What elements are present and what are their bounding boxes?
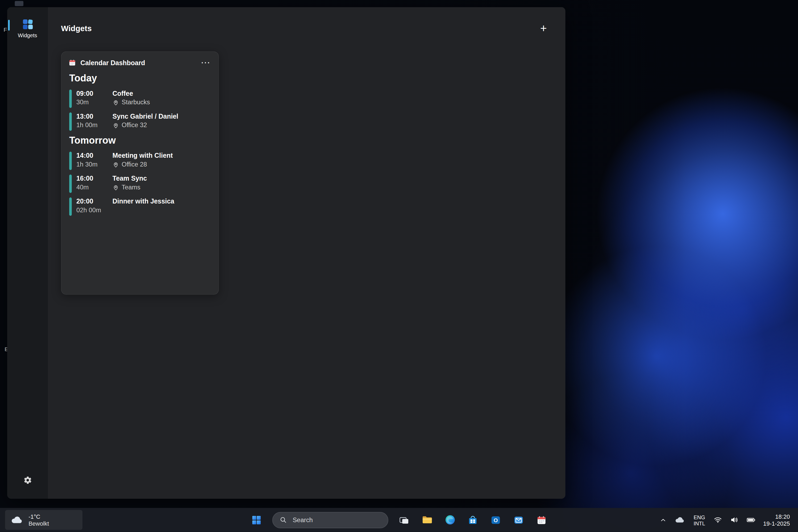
- event-accent-bar: [69, 197, 72, 216]
- event-accent-bar: [69, 113, 72, 131]
- sidebar-item-widgets[interactable]: Widgets: [7, 14, 48, 42]
- tray-overflow-button[interactable]: [657, 510, 670, 530]
- desktop-icon-label[interactable]: F: [3, 26, 7, 33]
- search-icon: [279, 516, 287, 524]
- clock-date: 19-1-2025: [763, 520, 790, 527]
- chevron-up-icon: [660, 516, 667, 524]
- calendar-app-button[interactable]: [531, 510, 552, 530]
- language-code: ENG: [694, 514, 705, 520]
- calendar-event[interactable]: 16:0040mTeam SyncTeams: [68, 174, 212, 193]
- event-duration: 1h 30m: [76, 160, 106, 169]
- svg-text:O: O: [494, 517, 498, 523]
- widget-menu-button[interactable]: ···: [200, 58, 212, 67]
- language-switcher[interactable]: ENG INTL: [690, 514, 709, 526]
- onedrive-button[interactable]: [671, 510, 688, 530]
- calendar-widget-body: Today09:0030mCoffeeStarbucks13:001h 00mS…: [62, 73, 218, 216]
- widgets-sidebar: Widgets: [7, 7, 48, 499]
- board-header: Widgets +: [61, 7, 552, 46]
- event-title: Sync Gabriel / Daniel: [113, 112, 178, 121]
- add-widget-button[interactable]: +: [535, 20, 552, 37]
- event-location: Teams: [113, 183, 147, 192]
- microsoft-store-button[interactable]: [462, 510, 483, 530]
- outlook-button[interactable]: O: [486, 510, 506, 530]
- event-accent-bar: [69, 90, 72, 108]
- clock-time: 18:20: [775, 513, 790, 520]
- task-view-button[interactable]: [394, 510, 414, 530]
- start-icon: [251, 514, 262, 525]
- event-title: Dinner with Jessica: [113, 197, 174, 206]
- task-view-icon: [398, 514, 410, 525]
- event-duration: 30m: [76, 98, 106, 107]
- calendar-event[interactable]: 09:0030mCoffeeStarbucks: [68, 89, 212, 108]
- calendar-app-icon: [536, 514, 547, 525]
- event-accent-bar: [69, 174, 72, 193]
- board-title: Widgets: [61, 24, 92, 33]
- wifi-icon: [714, 515, 722, 524]
- network-button[interactable]: [710, 510, 725, 530]
- location-pin-icon: [113, 162, 119, 168]
- search-input[interactable]: [291, 516, 381, 524]
- calendar-event[interactable]: 14:001h 30mMeeting with ClientOffice 28: [68, 151, 212, 170]
- event-location-text: Office 28: [121, 160, 147, 169]
- event-time: 13:00: [76, 112, 106, 121]
- event-time: 16:00: [76, 174, 106, 183]
- location-pin-icon: [113, 122, 119, 129]
- event-title: Team Sync: [113, 174, 147, 183]
- calendar-widget-card: Calendar Dashboard ··· Today09:0030mCoff…: [61, 51, 219, 295]
- widgets-board: Widgets +: [48, 7, 566, 499]
- file-explorer-icon: [421, 514, 433, 526]
- event-location: Starbucks: [113, 98, 150, 107]
- cloud-weather-icon: [10, 514, 24, 525]
- calendar-section-heading: Tomorrow: [69, 135, 212, 146]
- file-explorer-button[interactable]: [417, 510, 437, 530]
- gear-icon: [23, 476, 32, 484]
- volume-icon: [730, 515, 738, 524]
- event-accent-bar: [69, 152, 72, 170]
- sidebar-item-label: Widgets: [18, 32, 37, 38]
- taskbar: -1°C Bewolkt: [0, 508, 798, 532]
- widgets-panel: Widgets Widgets +: [7, 7, 566, 499]
- volume-button[interactable]: [726, 510, 741, 530]
- event-location-text: Starbucks: [121, 98, 150, 107]
- calendar-section-heading: Today: [69, 73, 212, 84]
- event-location-text: Office 32: [121, 121, 147, 130]
- desktop-icon-partial[interactable]: [15, 1, 23, 6]
- calendar-widget-header: Calendar Dashboard ···: [62, 52, 218, 69]
- weather-temperature: -1°C: [28, 513, 49, 520]
- outlook-icon: O: [490, 514, 501, 525]
- settings-button[interactable]: [20, 473, 35, 487]
- event-location-text: Teams: [121, 183, 140, 192]
- taskbar-search[interactable]: [272, 512, 388, 528]
- system-tray: ENG INTL: [657, 508, 794, 532]
- edge-icon: [444, 514, 456, 526]
- battery-button[interactable]: [743, 510, 759, 530]
- mail-button[interactable]: [508, 510, 529, 530]
- event-location: Office 28: [113, 160, 173, 169]
- taskbar-clock[interactable]: 18:20 19-1-2025: [760, 513, 794, 527]
- taskbar-weather-widget[interactable]: -1°C Bewolkt: [5, 510, 82, 530]
- event-duration: 1h 00m: [76, 121, 106, 130]
- battery-icon: [746, 515, 756, 525]
- calendar-event[interactable]: 13:001h 00mSync Gabriel / DanielOffice 3…: [68, 112, 212, 131]
- edge-button[interactable]: [440, 510, 460, 530]
- keyboard-layout: INTL: [694, 520, 705, 526]
- location-pin-icon: [113, 99, 119, 106]
- weather-condition: Bewolkt: [28, 520, 49, 527]
- taskbar-center: O: [246, 508, 552, 532]
- event-title: Coffee: [113, 89, 150, 98]
- event-time: 09:00: [76, 89, 106, 98]
- selection-indicator: [8, 20, 10, 31]
- widgets-icon: [21, 18, 34, 31]
- calendar-event[interactable]: 20:0002h 00mDinner with Jessica: [68, 197, 212, 216]
- calendar-widget-title: Calendar Dashboard: [80, 59, 145, 66]
- start-button[interactable]: [246, 510, 267, 530]
- event-location: Office 32: [113, 121, 178, 130]
- event-duration: 02h 00m: [76, 206, 106, 215]
- event-time: 14:00: [76, 151, 106, 160]
- calendar-icon: [68, 58, 76, 67]
- event-duration: 40m: [76, 183, 106, 192]
- location-pin-icon: [113, 184, 119, 191]
- event-title: Meeting with Client: [113, 151, 173, 160]
- onedrive-cloud-icon: [674, 515, 685, 524]
- event-time: 20:00: [76, 197, 106, 206]
